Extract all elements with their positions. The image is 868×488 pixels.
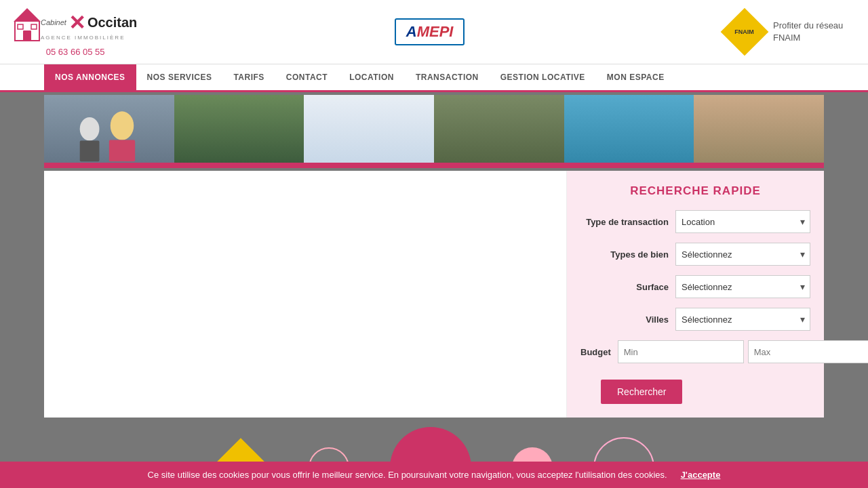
svg-rect-3 (18, 24, 23, 29)
hero-segment-3 (304, 95, 434, 163)
types-bien-select-wrapper[interactable]: Sélectionnez (675, 243, 810, 266)
hero-segment-1 (44, 95, 174, 163)
hero-slider (44, 95, 824, 163)
budget-row: Budget (580, 340, 810, 363)
types-bien-row: Types de bien Sélectionnez (580, 243, 810, 266)
transaction-label: Type de transaction (580, 217, 675, 227)
transaction-row: Type de transaction Location Vente (580, 210, 810, 233)
svg-point-5 (80, 117, 100, 141)
house-logo-icon (14, 7, 41, 44)
hero-segment-5 (564, 95, 694, 163)
types-bien-label: Types de bien (580, 249, 675, 260)
logo-subtext: Agence Immobilière (41, 35, 137, 41)
budget-inputs (618, 340, 868, 363)
hero-divider (44, 163, 824, 168)
hero-segment-6 (694, 95, 824, 163)
svg-rect-8 (109, 140, 135, 162)
phone-number: 05 63 66 05 55 (46, 47, 105, 57)
villes-select[interactable]: Sélectionnez (675, 308, 810, 331)
logo-cross: ✕ (68, 11, 85, 35)
svg-rect-2 (23, 30, 31, 41)
transaction-select-wrapper[interactable]: Location Vente (675, 210, 810, 233)
types-bien-select[interactable]: Sélectionnez (675, 243, 810, 266)
fnaim-area: FNAIM Profiter du réseau FNAIM (722, 10, 854, 54)
cabinet-occitan-logo: Cabinet ✕ Occitan Agence Immobilière 05 … (14, 7, 137, 57)
search-panel: RECHERCHE RAPIDE Type de transaction Loc… (566, 171, 824, 418)
nav-contact[interactable]: CONTACT (275, 64, 338, 90)
fnaim-badge-label: FNAIM (734, 28, 754, 35)
svg-marker-1 (14, 8, 41, 22)
nav-location[interactable]: LOCATION (338, 64, 405, 90)
amepi-mepi: MEPI (417, 23, 454, 41)
svg-point-7 (111, 111, 134, 140)
surface-select[interactable]: Sélectionnez (675, 275, 810, 298)
main-content: RECHERCHE RAPIDE Type de transaction Loc… (44, 171, 824, 418)
surface-select-wrapper[interactable]: Sélectionnez (675, 275, 810, 298)
people-silhouette-icon (44, 102, 174, 163)
logo-area: Cabinet ✕ Occitan Agence Immobilière 05 … (14, 7, 137, 57)
cookie-accept-button[interactable]: J'accepte (681, 470, 721, 480)
budget-min-input[interactable] (618, 340, 744, 363)
villes-row: Villes Sélectionnez (580, 308, 810, 331)
main-wrapper: RECHERCHE RAPIDE Type de transaction Loc… (0, 168, 868, 420)
hero-segment-4 (434, 95, 564, 163)
amepi-logo: A MEPI (395, 18, 465, 45)
budget-max-input[interactable] (748, 340, 868, 363)
left-panel (44, 171, 566, 418)
main-nav: NOS ANNONCES NOS SERVICES TARIFS CONTACT… (0, 64, 868, 92)
nav-tarifs[interactable]: TARIFS (222, 64, 275, 90)
nav-gestion-locative[interactable]: GESTION LOCATIVE (490, 64, 596, 90)
transaction-select[interactable]: Location Vente (675, 210, 810, 233)
logo-cabinet-text: Cabinet (41, 18, 66, 26)
nav-nos-services[interactable]: NOS SERVICES (136, 64, 223, 90)
surface-row: Surface Sélectionnez (580, 275, 810, 298)
header: Cabinet ✕ Occitan Agence Immobilière 05 … (0, 0, 868, 64)
search-button[interactable]: Rechercher (601, 380, 682, 404)
svg-rect-6 (80, 140, 100, 161)
nav-mon-espace[interactable]: MON ESPACE (596, 64, 675, 90)
fnaim-tagline: Profiter du réseau FNAIM (773, 20, 854, 44)
villes-label: Villes (580, 314, 675, 325)
budget-label: Budget (580, 347, 618, 357)
amepi-a: A (406, 23, 417, 41)
logo-occitan-text: Occitan (87, 15, 137, 30)
search-title: RECHERCHE RAPIDE (580, 184, 810, 198)
villes-select-wrapper[interactable]: Sélectionnez (675, 308, 810, 331)
nav-nos-annonces[interactable]: NOS ANNONCES (44, 64, 136, 90)
hero-segment-2 (174, 95, 304, 163)
cookie-message: Ce site utilise des cookies pour vous of… (148, 470, 667, 480)
nav-transaction[interactable]: TRANSACTION (405, 64, 490, 90)
surface-label: Surface (580, 282, 675, 292)
cookie-bar: Ce site utilise des cookies pour vous of… (0, 462, 868, 488)
svg-rect-4 (31, 24, 37, 29)
